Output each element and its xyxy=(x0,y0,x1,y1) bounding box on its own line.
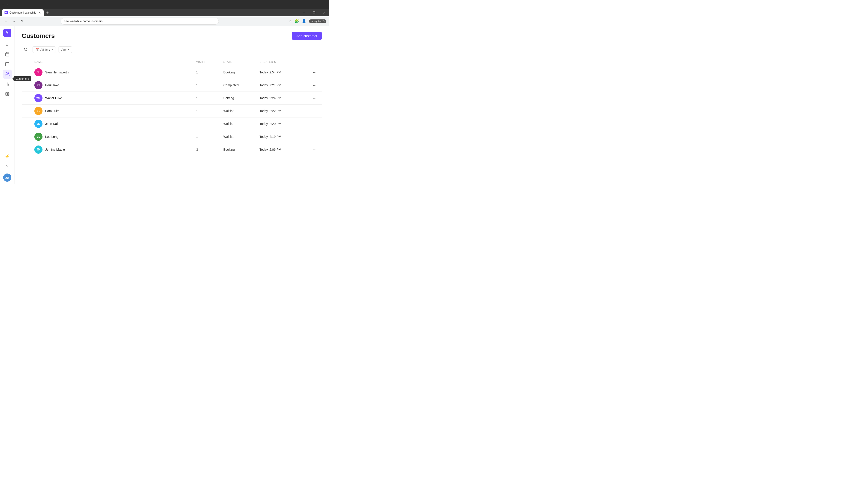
maximize-button[interactable]: ❐ xyxy=(311,10,317,15)
table-row[interactable]: SH Sam Hemsworth 1 Booking Today, 2:54 P… xyxy=(22,66,322,79)
sidebar-item-analytics[interactable] xyxy=(3,79,12,89)
customer-name: Walter Luke xyxy=(42,96,62,100)
incognito-badge[interactable]: Incognito (2) xyxy=(309,20,327,23)
more-options-button[interactable]: ⋮ xyxy=(281,32,289,40)
sidebar-item-messages[interactable] xyxy=(3,60,12,69)
state-cell: Waitlist xyxy=(223,122,259,126)
browser-tab-bar: M Customers | Waitwhile ✕ + ─ ❐ ✕ xyxy=(0,9,329,16)
page-header: Customers ⋮ Add customer xyxy=(22,32,322,40)
row-menu-button[interactable]: ⋯ xyxy=(311,146,318,153)
user-avatar[interactable]: JD xyxy=(3,173,11,182)
visits-cell: 1 xyxy=(196,70,223,74)
reload-button[interactable]: ↻ xyxy=(19,18,25,24)
visits-cell: 1 xyxy=(196,122,223,126)
state-cell: Waitlist xyxy=(223,109,259,113)
app-layout: M ⌂ Customers xyxy=(0,26,329,184)
customer-name: Sam Luke xyxy=(42,109,59,113)
row-menu-button[interactable]: ⋯ xyxy=(311,120,318,127)
sidebar-item-settings[interactable] xyxy=(3,90,12,98)
table-row[interactable]: PJ Paul Jake 1 Completed Today, 2:24 PM … xyxy=(22,79,322,92)
sidebar-item-customers[interactable] xyxy=(3,70,12,78)
row-menu-button[interactable]: ⋯ xyxy=(311,69,318,76)
updated-cell: Today, 2:54 PM xyxy=(259,70,309,74)
updated-cell: Today, 2:19 PM xyxy=(259,135,309,138)
active-tab[interactable]: M Customers | Waitwhile ✕ xyxy=(2,9,43,16)
calendar-icon: 📅 xyxy=(35,48,39,51)
table-row[interactable]: LL Lee Long 1 Waitlist Today, 2:19 PM ⋯ xyxy=(22,130,322,143)
table-row[interactable]: JM Jemina Madie 3 Booking Today, 2:06 PM… xyxy=(22,143,322,156)
select-all-checkbox[interactable] xyxy=(25,60,29,64)
sidebar-item-help[interactable]: ? xyxy=(3,162,12,171)
add-customer-button[interactable]: Add customer xyxy=(292,32,322,40)
profile-icon[interactable]: 👤 xyxy=(302,19,306,23)
svg-rect-0 xyxy=(5,53,9,56)
table-header: Name Visits State Updated ⇅ xyxy=(22,58,322,66)
row-checkbox[interactable] xyxy=(25,109,29,113)
row-checkbox[interactable] xyxy=(25,70,29,74)
customer-avatar: SL xyxy=(34,107,42,115)
row-menu-button[interactable]: ⋯ xyxy=(311,94,318,102)
sidebar-bottom: ⚡ ? JD xyxy=(3,152,12,182)
visits-cell: 1 xyxy=(196,109,223,113)
page-title: Customers xyxy=(22,32,55,39)
row-checkbox[interactable] xyxy=(25,122,29,126)
customers-table: SH Sam Hemsworth 1 Booking Today, 2:54 P… xyxy=(22,66,322,156)
visits-cell: 1 xyxy=(196,84,223,87)
row-menu-button[interactable]: ⋯ xyxy=(311,107,318,115)
row-menu-button[interactable]: ⋯ xyxy=(311,82,318,89)
updated-cell: Today, 2:24 PM xyxy=(259,84,309,87)
url-bar[interactable]: new.waitwhile.com/customers xyxy=(61,18,219,25)
customer-avatar: SH xyxy=(34,68,42,76)
url-text: new.waitwhile.com/customers xyxy=(64,20,103,23)
workspace-avatar[interactable]: M xyxy=(3,29,11,37)
sidebar-item-home[interactable]: ⌂ xyxy=(3,40,12,49)
sidebar-item-integrations[interactable]: ⚡ xyxy=(3,152,12,161)
visits-cell: 1 xyxy=(196,96,223,100)
main-content: Customers ⋮ Add customer 📅 All time ▾ An… xyxy=(14,26,329,184)
row-checkbox[interactable] xyxy=(25,148,29,152)
close-button[interactable]: ✕ xyxy=(321,10,327,15)
state-cell: Completed xyxy=(223,84,259,87)
table-row[interactable]: WL Walter Luke 1 Serving Today, 2:24 PM … xyxy=(22,92,322,105)
sidebar-item-calendar[interactable] xyxy=(3,50,12,59)
row-checkbox[interactable] xyxy=(25,96,29,100)
table-row[interactable]: SL Sam Luke 1 Waitlist Today, 2:22 PM ⋯ xyxy=(22,105,322,118)
state-cell: Waitlist xyxy=(223,135,259,138)
svg-point-4 xyxy=(6,72,7,74)
new-tab-button[interactable]: + xyxy=(44,10,51,15)
toolbar-icons: ☆ 🧩 👤 Incognito (2) xyxy=(289,19,327,23)
customers-tooltip: Customers xyxy=(13,76,31,81)
visits-cell: 1 xyxy=(196,135,223,138)
updated-cell: Today, 2:20 PM xyxy=(259,122,309,126)
tab-next-arrow[interactable]: › xyxy=(6,2,9,7)
updated-column-header[interactable]: Updated ⇅ xyxy=(259,60,309,64)
svg-point-8 xyxy=(6,94,8,95)
forward-button[interactable]: → xyxy=(11,18,17,24)
visits-cell: 3 xyxy=(196,148,223,151)
customer-name: Paul Jake xyxy=(42,84,59,87)
customer-avatar: LL xyxy=(34,133,42,141)
search-button[interactable] xyxy=(22,45,30,54)
bookmark-icon[interactable]: ☆ xyxy=(289,19,292,23)
customer-name: Lee Long xyxy=(42,135,58,138)
date-filter-button[interactable]: 📅 All time ▾ xyxy=(33,46,56,53)
customer-avatar: WL xyxy=(34,94,42,102)
row-menu-button[interactable]: ⋯ xyxy=(311,133,318,140)
svg-line-10 xyxy=(26,50,27,51)
browser-chrome: ‹ › xyxy=(0,0,329,9)
state-filter-button[interactable]: Any ▾ xyxy=(59,46,72,53)
tab-close-button[interactable]: ✕ xyxy=(38,11,41,14)
tab-prev-arrow[interactable]: ‹ xyxy=(2,2,4,7)
back-button[interactable]: ← xyxy=(3,18,9,24)
state-column-header: State xyxy=(223,60,259,64)
row-checkbox[interactable] xyxy=(25,135,29,139)
row-checkbox[interactable] xyxy=(25,83,29,87)
name-column-header: Name xyxy=(34,60,196,64)
state-filter-chevron: ▾ xyxy=(68,48,69,51)
minimize-button[interactable]: ─ xyxy=(301,10,307,15)
sort-icon: ⇅ xyxy=(274,61,276,63)
tab-favicon: M xyxy=(4,11,8,14)
table-row[interactable]: JD John Dale 1 Waitlist Today, 2:20 PM ⋯ xyxy=(22,118,322,130)
tab-title: Customers | Waitwhile xyxy=(9,11,36,14)
extensions-icon[interactable]: 🧩 xyxy=(294,19,299,23)
